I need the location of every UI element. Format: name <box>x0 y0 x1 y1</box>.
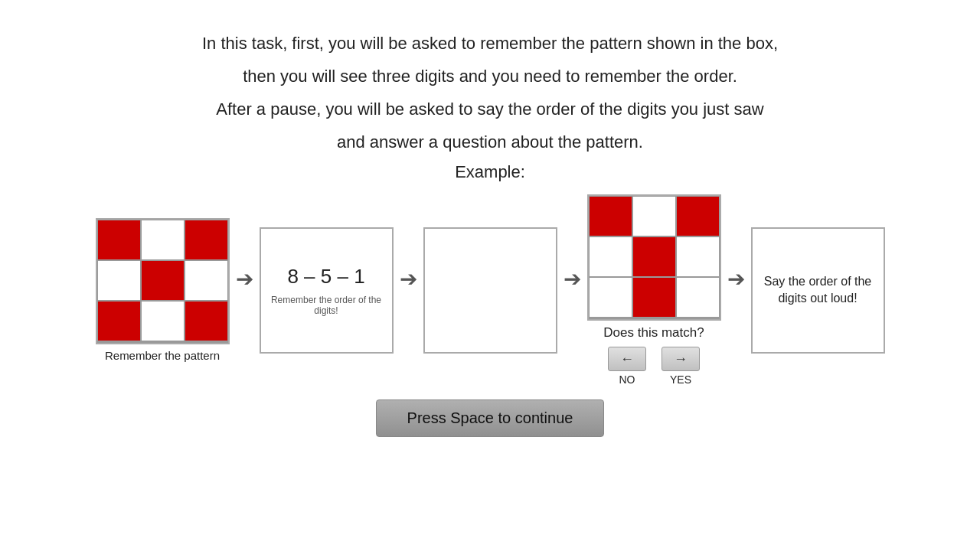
example-label: Example: <box>0 162 980 182</box>
pattern-grid-1 <box>96 218 230 344</box>
arrow-3: ➔ <box>564 266 581 292</box>
cell2-1-2 <box>632 196 676 236</box>
cell2-3-1 <box>589 277 632 318</box>
digits-text: 8 – 5 – 1 <box>287 265 364 289</box>
arrow-2: ➔ <box>400 266 417 292</box>
cell-1-3 <box>185 220 228 260</box>
say-box: Say the order of the digits out loud! <box>751 227 885 354</box>
instruction-line3: After a pause, you will be asked to say … <box>0 96 980 122</box>
cell-4-3 <box>185 341 228 343</box>
step4-container: Does this match? ← NO → YES <box>587 194 721 386</box>
arrow-4: ➔ <box>727 266 745 292</box>
digits-hint: Remember the order of the digits! <box>261 295 392 316</box>
instruction-line4: and answer a question about the pattern. <box>0 129 980 155</box>
cell-1-2 <box>141 220 185 260</box>
no-button[interactable]: ← NO <box>608 347 646 386</box>
does-match-label: Does this match? <box>603 325 704 341</box>
step1-container: Remember the pattern <box>96 218 230 362</box>
cell2-2-2 <box>632 236 676 277</box>
cell-2-3 <box>185 260 228 301</box>
cell2-3-2 <box>632 277 676 318</box>
say-text: Say the order of the digits out loud! <box>760 273 876 308</box>
step3-container <box>423 227 557 354</box>
grid-cells-2 <box>589 196 720 319</box>
yes-button[interactable]: → YES <box>662 347 700 386</box>
cell2-4-2 <box>632 318 676 319</box>
pattern-grid-2 <box>587 194 721 321</box>
digits-box: 8 – 5 – 1 Remember the order of the digi… <box>260 227 394 354</box>
no-label: NO <box>619 373 635 386</box>
cell-2-1 <box>97 260 141 301</box>
cell2-1-1 <box>589 196 632 236</box>
cell-1-1 <box>97 220 141 260</box>
cell-3-3 <box>185 301 228 341</box>
yes-arrow-icon: → <box>674 351 688 367</box>
no-arrow-icon: ← <box>620 351 634 367</box>
cell2-1-3 <box>676 196 720 236</box>
cell-3-2 <box>141 301 185 341</box>
instruction-line2: then you will see three digits and you n… <box>0 64 980 89</box>
example-row: Remember the pattern ➔ 8 – 5 – 1 Remembe… <box>0 194 980 386</box>
cell-4-1 <box>97 341 141 343</box>
yes-arrow-box[interactable]: → <box>662 347 700 371</box>
empty-box <box>423 227 557 354</box>
arrow-1: ➔ <box>236 266 253 292</box>
cell2-2-1 <box>589 236 632 277</box>
cell2-4-3 <box>676 318 720 319</box>
no-yes-row: ← NO → YES <box>608 347 700 386</box>
step2-container: 8 – 5 – 1 Remember the order of the digi… <box>260 227 394 354</box>
cell2-3-3 <box>676 277 720 318</box>
instruction-line1: In this task, first, you will be asked t… <box>0 31 980 56</box>
step5-container: Say the order of the digits out loud! <box>751 227 885 354</box>
no-arrow-box[interactable]: ← <box>608 347 646 371</box>
press-space-button[interactable]: Press Space to continue <box>376 399 605 437</box>
yes-label: YES <box>670 373 691 386</box>
grid-cells-1 <box>97 220 228 343</box>
cell2-2-3 <box>676 236 720 277</box>
cell-3-1 <box>97 301 141 341</box>
cell-4-2 <box>141 341 185 343</box>
cell-2-2 <box>141 260 185 301</box>
instructions: In this task, first, you will be asked t… <box>0 0 980 155</box>
cell2-4-1 <box>589 318 632 319</box>
step1-label: Remember the pattern <box>105 349 220 362</box>
